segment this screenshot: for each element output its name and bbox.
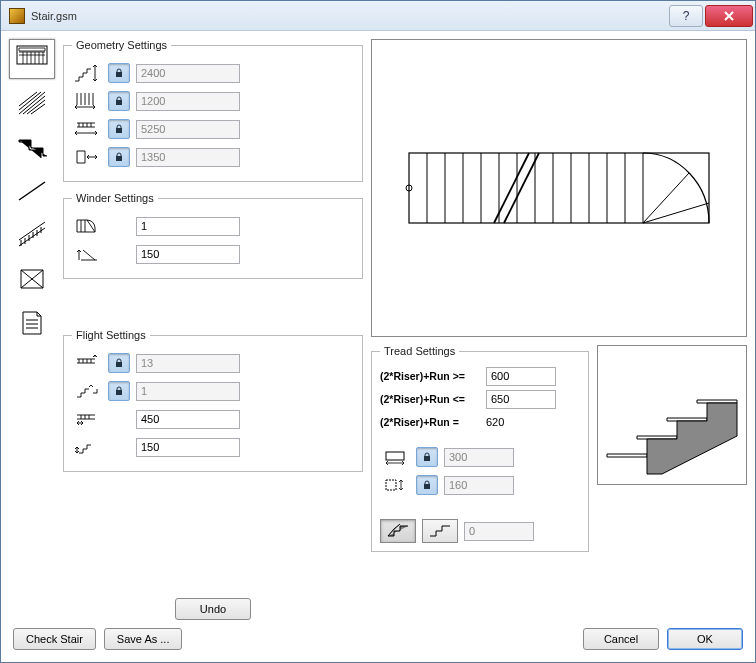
- svg-rect-2: [116, 100, 122, 105]
- stair-plan-drawing: [399, 133, 719, 243]
- left-column: Geometry Settings: [63, 39, 363, 620]
- height-field[interactable]: [136, 64, 240, 83]
- rule-eq-label: (2*Riser)+Run =: [380, 416, 480, 428]
- slope-icon: [15, 176, 49, 206]
- landing-icon: [15, 264, 49, 294]
- going-field[interactable]: [136, 410, 240, 429]
- main-area: Geometry Settings: [63, 39, 747, 620]
- lock-height[interactable]: [108, 63, 130, 83]
- dialog-window: Stair.gsm ?: [0, 0, 756, 663]
- cancel-button[interactable]: Cancel: [583, 628, 659, 650]
- lock-flights[interactable]: [108, 381, 130, 401]
- geometry-legend: Geometry Settings: [72, 39, 171, 51]
- rule-eq-value: 620: [486, 416, 516, 428]
- sidebar-item-structure[interactable]: [9, 83, 55, 123]
- plan-preview: [371, 39, 747, 337]
- flight-legend: Flight Settings: [72, 329, 150, 341]
- sidebar-item-riser[interactable]: [9, 171, 55, 211]
- save-as-button[interactable]: Save As ...: [104, 628, 183, 650]
- window-title: Stair.gsm: [31, 10, 669, 22]
- going-icon: [72, 408, 102, 430]
- ok-button[interactable]: OK: [667, 628, 743, 650]
- section-preview: [597, 345, 747, 485]
- svg-rect-6: [116, 390, 122, 395]
- risers-field[interactable]: [136, 354, 240, 373]
- riser-dim-icon: [380, 474, 410, 496]
- winder-count-icon: [72, 215, 102, 237]
- flights-field[interactable]: [136, 382, 240, 401]
- svg-rect-3: [116, 128, 122, 133]
- close-button[interactable]: [705, 5, 753, 27]
- sidebar-item-railing[interactable]: [9, 215, 55, 255]
- tread-settings-group: Tread Settings (2*Riser)+Run >= (2*Riser…: [371, 345, 589, 552]
- svg-rect-5: [116, 362, 122, 367]
- titlebar: Stair.gsm ?: [1, 1, 755, 31]
- width-field[interactable]: [136, 92, 240, 111]
- length-field[interactable]: [136, 120, 240, 139]
- riser-field[interactable]: [444, 476, 514, 495]
- tread-legend: Tread Settings: [380, 345, 459, 357]
- lock-run[interactable]: [416, 447, 438, 467]
- railing-icon: [15, 220, 49, 250]
- lock-width[interactable]: [108, 91, 130, 111]
- landing-dim-icon: [72, 146, 102, 168]
- svg-line-23: [504, 153, 539, 223]
- sidebar-item-tread[interactable]: [9, 127, 55, 167]
- svg-rect-29: [424, 484, 430, 489]
- svg-rect-27: [424, 456, 430, 461]
- geometry-settings-group: Geometry Settings: [63, 39, 363, 182]
- tread-row: Tread Settings (2*Riser)+Run >= (2*Riser…: [371, 345, 747, 552]
- rule-le-field[interactable]: [486, 390, 556, 409]
- nosing-tab-open[interactable]: [422, 519, 458, 543]
- lock-landing[interactable]: [108, 147, 130, 167]
- check-stair-button[interactable]: Check Stair: [13, 628, 96, 650]
- risers-icon: [72, 352, 102, 374]
- sidebar-item-geometry[interactable]: [9, 39, 55, 79]
- winder-offset-field[interactable]: [136, 245, 240, 264]
- lock-risers[interactable]: [108, 353, 130, 373]
- lock-length[interactable]: [108, 119, 130, 139]
- width-icon: [72, 90, 102, 112]
- run-field[interactable]: [444, 448, 514, 467]
- right-column: Tread Settings (2*Riser)+Run >= (2*Riser…: [371, 39, 747, 620]
- svg-rect-4: [116, 156, 122, 161]
- stair-section-drawing: [602, 374, 742, 484]
- undo-button[interactable]: Undo: [175, 598, 251, 620]
- svg-rect-28: [386, 480, 396, 490]
- svg-rect-26: [386, 452, 404, 460]
- flights-icon: [72, 380, 102, 402]
- rule-ge-field[interactable]: [486, 367, 556, 386]
- footer: Check Stair Save As ... Cancel OK: [1, 628, 755, 662]
- sidebar: [9, 39, 55, 620]
- svg-line-25: [643, 203, 709, 223]
- nosing-tab-solid[interactable]: [380, 519, 416, 543]
- rise-field[interactable]: [136, 438, 240, 457]
- flight-settings-group: Flight Settings: [63, 329, 363, 472]
- rule-ge-label: (2*Riser)+Run >=: [380, 370, 480, 382]
- landing-field[interactable]: [136, 148, 240, 167]
- nosing-field[interactable]: [464, 522, 534, 541]
- run-icon: [380, 446, 410, 468]
- sidebar-item-landing[interactable]: [9, 259, 55, 299]
- document-icon: [15, 308, 49, 338]
- stair-plan-icon: [15, 44, 49, 74]
- winder-count-field[interactable]: [136, 217, 240, 236]
- winder-legend: Winder Settings: [72, 192, 158, 204]
- svg-rect-7: [409, 153, 709, 223]
- lock-riser[interactable]: [416, 475, 438, 495]
- rule-le-label: (2*Riser)+Run <=: [380, 393, 480, 405]
- svg-line-24: [643, 173, 689, 223]
- length-icon: [72, 118, 102, 140]
- winder-offset-icon: [72, 243, 102, 265]
- rise-icon: [72, 436, 102, 458]
- dialog-body: Geometry Settings: [1, 31, 755, 628]
- winder-settings-group: Winder Settings: [63, 192, 363, 279]
- sidebar-item-listing[interactable]: [9, 303, 55, 343]
- tread-profile-icon: [15, 132, 49, 162]
- height-icon: [72, 62, 102, 84]
- stair-hatch-icon: [15, 88, 49, 118]
- app-icon: [9, 8, 25, 24]
- svg-rect-1: [116, 72, 122, 77]
- help-button[interactable]: ?: [669, 5, 703, 27]
